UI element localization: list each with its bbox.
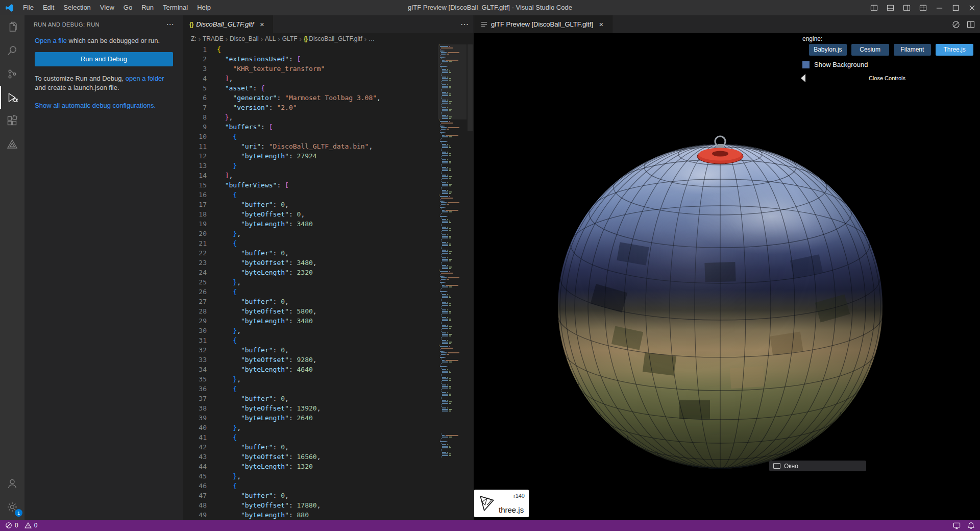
breadcrumb-item[interactable]: GLTF — [282, 35, 298, 42]
code-line: "version": "2.0" — [217, 103, 437, 112]
breadcrumb-item[interactable]: TRADE — [203, 35, 224, 42]
customize-text: To customize Run and Debug, open a folde… — [35, 74, 173, 92]
more-actions-icon[interactable]: ⋯ — [460, 19, 469, 29]
code-line: "buffer": 0, — [217, 200, 437, 209]
preview-group: glTF Preview [DiscoBall_GLTF.gltf] × — [474, 15, 980, 520]
show-debug-configs-link[interactable]: Show all automatic debug configurations. — [35, 102, 156, 109]
tab-gltf-preview[interactable]: glTF Preview [DiscoBall_GLTF.gltf] × — [474, 15, 612, 33]
circle-slash-icon[interactable] — [952, 20, 960, 29]
editor-scrollbar[interactable] — [467, 44, 474, 520]
code-line: { — [217, 190, 437, 200]
model-viewport[interactable]: engine: Babylon.jsCesiumFilamentThree.js… — [474, 33, 980, 520]
maximize-button[interactable] — [947, 0, 964, 15]
notifications-bell-icon[interactable] — [967, 522, 975, 529]
engine-button-three-js[interactable]: Three.js — [936, 44, 973, 56]
chevron-right-icon: › — [362, 35, 369, 43]
sidebar-item-gltf[interactable] — [0, 133, 24, 156]
account-button[interactable] — [0, 472, 24, 495]
settings-button[interactable]: 1 — [0, 495, 24, 519]
engine-buttons: Babylon.jsCesiumFilamentThree.js — [809, 44, 973, 56]
breadcrumb-item[interactable]: Disco_Ball — [230, 35, 259, 42]
json-icon: {} — [189, 21, 193, 28]
show-background-row[interactable]: Show Background — [802, 61, 973, 68]
code-line: }, — [217, 374, 437, 384]
window-title: glTF Preview [DiscoBall_GLTF.gltf] - Vis… — [408, 0, 572, 15]
code-line: "byteLength": 4640 — [217, 365, 437, 374]
menu-run[interactable]: Run — [137, 0, 158, 15]
menu-selection[interactable]: Selection — [59, 0, 95, 15]
engine-button-babylon-js[interactable]: Babylon.js — [809, 44, 847, 56]
open-file-link[interactable]: Open a file — [35, 37, 67, 44]
error-icon — [5, 522, 12, 529]
menu-view[interactable]: View — [95, 0, 119, 15]
code-line: "buffer": 0, — [217, 297, 437, 306]
toggle-panel-icon[interactable] — [882, 0, 898, 15]
minimize-button[interactable] — [931, 0, 947, 15]
menu-help[interactable]: Help — [192, 0, 215, 15]
sidebar-item-search[interactable] — [0, 39, 24, 62]
title-bar: FileEditSelectionViewGoRunTerminalHelp g… — [0, 0, 980, 15]
threejs-badge: r140 three.js — [474, 490, 529, 517]
close-tab-icon[interactable]: × — [597, 20, 606, 29]
breadcrumb-item[interactable]: Z: — [191, 35, 197, 42]
customize-layout-icon[interactable] — [915, 0, 931, 15]
toggle-secondary-sidebar-icon[interactable] — [898, 0, 915, 15]
open-folder-link[interactable]: open a folder — [126, 75, 164, 82]
close-tab-icon[interactable]: × — [257, 20, 266, 29]
threejs-badge-text: r140 three.js — [499, 493, 525, 514]
code-line: "buffer": 0, — [217, 394, 437, 403]
sidebar-item-run-and-debug[interactable] — [0, 86, 24, 109]
activity-bar-bottom: 1 — [0, 472, 24, 519]
editor-group: {} DiscoBall_GLTF.gltf × ⋯ Z:›TRADE›Disc… — [183, 15, 474, 520]
minimap[interactable] — [438, 44, 467, 520]
problems-indicator[interactable]: 0 0 — [5, 522, 37, 529]
engine-button-cesium[interactable]: Cesium — [851, 44, 889, 56]
engine-button-filament[interactable]: Filament — [894, 44, 932, 56]
breadcrumb-item[interactable]: … — [369, 35, 375, 42]
monitor-icon[interactable] — [953, 522, 961, 529]
sidebar-header: RUN AND DEBUG: RUN ⋯ — [24, 15, 183, 33]
tab-discoball-gltf[interactable]: {} DiscoBall_GLTF.gltf × — [183, 15, 273, 33]
sidebar-item-extensions[interactable] — [0, 109, 24, 133]
editor-actions: ⋯ — [460, 15, 469, 33]
run-and-debug-sidebar: RUN AND DEBUG: RUN ⋯ Open a file which c… — [24, 15, 183, 520]
extensions-icon — [6, 115, 18, 127]
code-line: { — [217, 335, 437, 345]
search-icon — [6, 44, 18, 57]
run-and-debug-button[interactable]: Run and Debug — [35, 52, 173, 66]
code-line: "byteOffset": 16560, — [217, 452, 437, 462]
more-actions-icon[interactable]: ⋯ — [166, 20, 174, 29]
toggle-primary-sidebar-icon[interactable] — [866, 0, 882, 15]
threejs-name: three.js — [499, 505, 525, 514]
tab-label: DiscoBall_GLTF.gltf — [196, 20, 254, 28]
scrollbar-thumb[interactable] — [468, 44, 473, 131]
menu-edit[interactable]: Edit — [38, 0, 59, 15]
code-line: "extensionsUsed": [ — [217, 54, 437, 64]
hanger-cap — [697, 136, 743, 164]
status-bar: 0 0 — [0, 520, 980, 531]
code-line: }, — [217, 326, 437, 335]
code-line: "buffer": 0, — [217, 442, 437, 452]
window-share-indicator[interactable]: Окно — [769, 461, 866, 471]
code-line: { — [217, 44, 437, 54]
menu-terminal[interactable]: Terminal — [158, 0, 192, 15]
menu-bar: FileEditSelectionViewGoRunTerminalHelp — [18, 0, 215, 15]
code-line: "bufferViews": [ — [217, 180, 437, 190]
vscode-window: FileEditSelectionViewGoRunTerminalHelp g… — [0, 0, 980, 531]
code-line: "byteLength": 3480 — [217, 316, 437, 326]
show-background-checkbox[interactable] — [802, 61, 810, 68]
menu-file[interactable]: File — [18, 0, 38, 15]
sidebar-title: RUN AND DEBUG: RUN — [34, 21, 100, 28]
close-button[interactable] — [964, 0, 980, 15]
code-line: } — [217, 161, 437, 171]
breadcrumb-item[interactable]: {}DiscoBall_GLTF.gltf — [304, 35, 362, 42]
split-editor-icon[interactable] — [967, 20, 975, 29]
sidebar-item-source-control[interactable] — [0, 62, 24, 86]
code-editor[interactable]: 1234567891011121314151617181920212223242… — [183, 44, 474, 520]
sidebar-item-explorer[interactable] — [0, 15, 24, 39]
menu-go[interactable]: Go — [119, 0, 137, 15]
breadcrumb-item[interactable]: ALL — [265, 35, 276, 42]
close-controls-bar[interactable]: Close Controls — [801, 74, 973, 82]
activity-bar: 1 — [0, 15, 24, 520]
code-lines: { "extensionsUsed": [ "KHR_texture_trans… — [217, 44, 437, 520]
